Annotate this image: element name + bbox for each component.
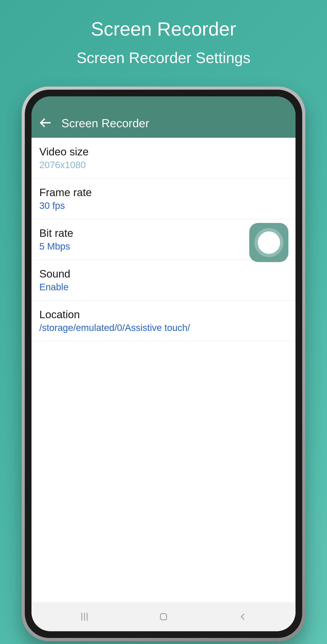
phone-screen: Screen Recorder Video size 2076x1080 Fra… [31,96,296,631]
nav-recents-button[interactable] [73,606,96,628]
content-area [31,341,296,602]
nav-bar [31,602,296,631]
home-icon [158,611,169,622]
setting-label: Video size [39,146,288,158]
setting-value: 2076x1080 [39,160,288,170]
setting-video-size[interactable]: Video size 2076x1080 [31,138,296,178]
phone-frame: Screen Recorder Video size 2076x1080 Fra… [22,86,305,641]
setting-sound[interactable]: Sound Enable [31,260,296,300]
app-header: Screen Recorder [31,96,296,138]
promo-subtitle: Screen Recorder Settings [77,49,251,66]
recents-icon [79,611,90,622]
setting-value: 30 fps [39,200,288,211]
assistive-touch-ring-inner [258,232,280,254]
nav-home-button[interactable] [152,606,175,628]
setting-label: Frame rate [39,186,288,198]
settings-list: Video size 2076x1080 Frame rate 30 fps B… [31,138,296,602]
page-container: Screen Recorder Screen Recorder Settings… [0,0,327,644]
assistive-touch-button[interactable] [249,223,288,262]
phone-inner: Screen Recorder Video size 2076x1080 Fra… [25,90,302,638]
svg-rect-4 [160,614,167,620]
chevron-left-icon [237,611,248,622]
nav-back-button[interactable] [231,606,254,628]
setting-value: Enable [39,282,288,292]
setting-label: Location [39,308,288,321]
promo-title: Screen Recorder [91,18,236,40]
assistive-touch-ring-outer [254,228,284,257]
setting-frame-rate[interactable]: Frame rate 30 fps [31,178,296,219]
arrow-left-icon [39,116,52,129]
header-title: Screen Recorder [61,116,149,130]
setting-location[interactable]: Location /storage/emulated/0/Assistive t… [31,300,296,341]
setting-label: Sound [39,268,288,280]
back-button[interactable] [38,116,52,130]
setting-value: /storage/emulated/0/Assistive touch/ [39,322,288,333]
